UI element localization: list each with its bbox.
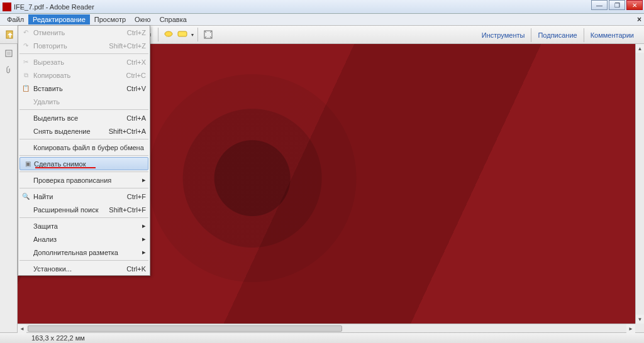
comments-link[interactable]: Комментарии — [584, 26, 640, 45]
menu-item-label: Вырезать — [33, 58, 64, 66]
thumbnails-icon[interactable] — [2, 46, 16, 60]
menu-item-анализ[interactable]: Анализ▸ — [18, 232, 150, 246]
menu-shortcut: Shift+Ctrl+F — [109, 206, 146, 214]
close-document-button[interactable]: × — [637, 15, 641, 24]
vertical-scrollbar[interactable]: ▲ ▼ — [635, 44, 644, 324]
menu-item-label: Дополнительная разметка — [33, 249, 118, 256]
sign-link[interactable]: Подписание — [531, 26, 583, 45]
highlight-icon[interactable]: ▾ — [177, 28, 194, 41]
menu-item-icon: ↷ — [21, 41, 31, 51]
submenu-arrow-icon: ▸ — [142, 222, 146, 230]
menu-item-label: Выделить все — [33, 114, 78, 122]
export-pdf-icon[interactable] — [3, 28, 17, 41]
menu-shortcut: Shift+Ctrl+A — [109, 128, 146, 135]
app-icon — [3, 3, 11, 11]
menu-item-label: Анализ — [33, 236, 57, 243]
attachments-icon[interactable] — [2, 63, 16, 77]
menu-item-вставить[interactable]: 📋ВставитьCtrl+V — [18, 82, 150, 95]
menu-item-выделить-все[interactable]: Выделить всеCtrl+A — [18, 111, 150, 124]
menu-item-label: Снять выделение — [33, 128, 91, 135]
menu-shortcut: Ctrl+A — [126, 114, 146, 122]
menu-separator — [19, 109, 148, 110]
svg-point-6 — [165, 31, 172, 36]
menu-item-label: Расширенный поиск — [33, 206, 99, 214]
scroll-left-icon[interactable]: ◄ — [18, 324, 26, 333]
menu-item-label: Повторить — [33, 42, 67, 50]
submenu-arrow-icon: ▸ — [142, 248, 146, 256]
menu-item-icon: ✂ — [21, 57, 31, 67]
menu-item-найти[interactable]: 🔍НайтиCtrl+F — [18, 190, 150, 203]
menu-separator — [19, 217, 148, 218]
menu-item-снять-выделение[interactable]: Снять выделениеShift+Ctrl+A — [18, 124, 150, 138]
menu-help[interactable]: Справка — [155, 14, 191, 24]
menu-shortcut: Ctrl+Z — [127, 29, 146, 36]
close-button[interactable]: ✕ — [626, 0, 643, 10]
menu-separator — [19, 139, 148, 139]
minimize-button[interactable]: — — [591, 0, 608, 10]
submenu-arrow-icon: ▸ — [142, 176, 146, 184]
svg-rect-10 — [7, 52, 11, 55]
menu-item-label: Вставить — [33, 85, 63, 92]
menu-item-label: Установки... — [33, 265, 72, 273]
menu-item-дополнительная-разметка[interactable]: Дополнительная разметка▸ — [18, 246, 150, 259]
menu-item-удалить: Удалить — [18, 95, 150, 108]
menu-item-установки-[interactable]: Установки...Ctrl+K — [18, 262, 150, 275]
scroll-thumb[interactable] — [28, 325, 342, 332]
menu-edit[interactable]: Редактирование — [28, 14, 90, 24]
menu-item-label: Копировать файл в буфер обмена — [33, 144, 144, 151]
menu-item-label: Найти — [33, 193, 53, 200]
scroll-down-icon[interactable]: ▼ — [636, 315, 644, 324]
page-dimensions: 163,3 x 222,2 мм — [31, 334, 85, 342]
menu-shortcut: Ctrl+C — [126, 72, 146, 79]
menu-separator — [19, 172, 148, 172]
comment-bubble-icon[interactable] — [162, 28, 175, 41]
menu-item-расширенный-поиск[interactable]: Расширенный поискShift+Ctrl+F — [18, 203, 150, 216]
menu-item-icon: ▣ — [23, 159, 33, 169]
tools-link[interactable]: Инструменты — [475, 26, 531, 45]
menu-item-icon: ⧉ — [21, 70, 31, 80]
menu-item-сделать-снимок[interactable]: ▣Сделать снимок — [19, 157, 148, 170]
menu-item-защита[interactable]: Защита▸ — [18, 219, 150, 232]
menu-shortcut: Shift+Ctrl+Z — [109, 42, 146, 50]
menu-view[interactable]: Просмотр — [90, 14, 130, 24]
menu-item-вырезать: ✂ВырезатьCtrl+X — [18, 55, 150, 68]
highlight-underline — [35, 167, 96, 168]
statusbar: 163,3 x 222,2 мм — [0, 332, 644, 343]
svg-rect-7 — [178, 31, 187, 36]
scroll-right-icon[interactable]: ► — [626, 324, 635, 333]
menu-item-label: Удалить — [33, 98, 60, 106]
menu-item-label: Копировать — [33, 72, 70, 79]
menubar: Файл Редактирование Просмотр Окно Справк… — [0, 14, 644, 25]
menu-item-копировать: ⧉КопироватьCtrl+C — [18, 68, 150, 82]
maximize-button[interactable]: ❐ — [609, 0, 625, 10]
menu-item-label: Сделать снимок — [34, 160, 86, 168]
menu-item-копировать-файл-в-буфер-обмена[interactable]: Копировать файл в буфер обмена — [18, 141, 150, 154]
menu-shortcut: Ctrl+V — [126, 85, 146, 92]
menu-window[interactable]: Окно — [130, 14, 155, 24]
window-titlebar: IFE_7.pdf - Adobe Reader — ❐ ✕ — [0, 0, 644, 14]
edit-menu-dropdown: ↶ОтменитьCtrl+Z↷ПовторитьShift+Ctrl+Z✂Вы… — [18, 25, 150, 276]
menu-shortcut: Ctrl+K — [126, 265, 146, 273]
menu-shortcut: Ctrl+F — [127, 193, 146, 200]
fullscreen-icon[interactable] — [201, 28, 215, 41]
horizontal-scrollbar[interactable]: ◄ ► — [18, 324, 635, 332]
menu-separator — [19, 260, 148, 261]
window-title: IFE_7.pdf - Adobe Reader — [14, 3, 94, 11]
menu-separator — [19, 155, 148, 156]
menu-separator — [19, 53, 148, 54]
menu-item-label: Проверка правописания — [33, 177, 111, 184]
menu-separator — [19, 188, 148, 188]
menu-shortcut: Ctrl+X — [126, 58, 146, 66]
scroll-up-icon[interactable]: ▲ — [636, 44, 644, 53]
side-panel-strip — [0, 44, 18, 332]
menu-file[interactable]: Файл — [3, 14, 28, 24]
menu-item-повторить: ↷ПовторитьShift+Ctrl+Z — [18, 39, 150, 52]
menu-item-label: Защита — [33, 222, 58, 230]
submenu-arrow-icon: ▸ — [142, 235, 146, 243]
menu-item-отменить: ↶ОтменитьCtrl+Z — [18, 26, 150, 39]
menu-item-icon: 📋 — [21, 84, 31, 94]
menu-item-label: Отменить — [33, 29, 65, 36]
menu-item-icon: 🔍 — [21, 192, 31, 202]
menu-item-проверка-правописания[interactable]: Проверка правописания▸ — [18, 173, 150, 187]
scroll-corner — [635, 324, 644, 332]
